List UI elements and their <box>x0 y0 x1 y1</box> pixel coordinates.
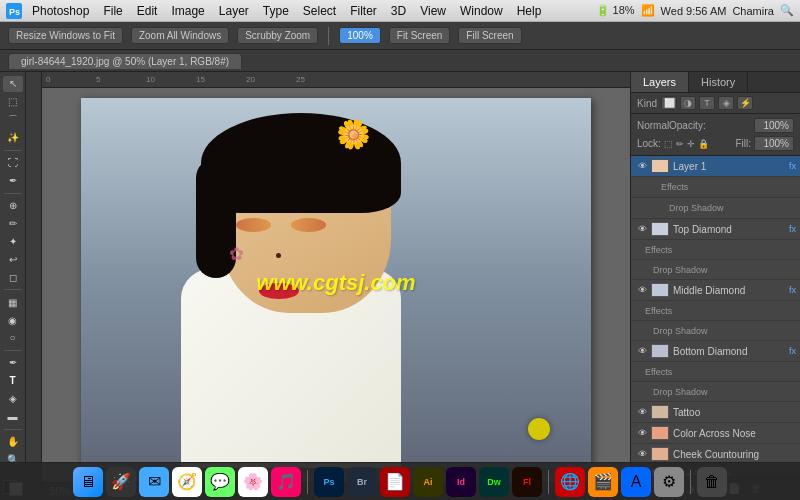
gradient-tool[interactable]: ▦ <box>3 294 23 310</box>
layer-item-effects3[interactable]: Effects <box>631 301 800 321</box>
dock-finder[interactable]: 🖥 <box>73 467 103 497</box>
menu-edit[interactable]: Edit <box>131 2 164 20</box>
menu-filter[interactable]: Filter <box>344 2 383 20</box>
clone-tool[interactable]: ✦ <box>3 233 23 249</box>
crop-tool[interactable]: ⛶ <box>3 155 23 171</box>
history-brush-tool[interactable]: ↩ <box>3 251 23 267</box>
filter-adj-btn[interactable]: ◑ <box>680 96 696 110</box>
canvas-document[interactable]: 🌼 ✿ www.cgtsj.com <box>81 98 591 468</box>
lock-all-icon[interactable]: 🔒 <box>698 139 709 149</box>
dock-safari[interactable]: 🧭 <box>172 467 202 497</box>
lock-transparency-icon[interactable]: ⬚ <box>664 139 673 149</box>
pen-tool[interactable]: ✒ <box>3 355 23 371</box>
kind-filter-icons: ⬜ ◑ T ◈ ⚡ <box>661 96 753 110</box>
scrubby-zoom-btn[interactable]: Scrubby Zoom <box>237 27 318 44</box>
menu-photoshop[interactable]: Photoshop <box>26 2 95 20</box>
lock-move-icon[interactable]: ✛ <box>687 139 695 149</box>
filter-smart-btn[interactable]: ⚡ <box>737 96 753 110</box>
zoom-100-btn[interactable]: 100% <box>339 27 381 44</box>
dock-launchpad[interactable]: 🚀 <box>106 467 136 497</box>
quick-select-tool[interactable]: ✨ <box>3 130 23 146</box>
menu-3d[interactable]: 3D <box>385 2 412 20</box>
dodge-tool[interactable]: ○ <box>3 330 23 346</box>
dock-vlc[interactable]: 🎬 <box>588 467 618 497</box>
layer-item-effects2[interactable]: Effects <box>631 240 800 260</box>
filter-type-btn[interactable]: T <box>699 96 715 110</box>
eraser-tool[interactable]: ◻ <box>3 269 23 285</box>
dock-illustrator[interactable]: Ai <box>413 467 443 497</box>
eyedropper-tool[interactable]: ✒ <box>3 173 23 189</box>
tab-history[interactable]: History <box>689 72 748 92</box>
filter-shape-btn[interactable]: ◈ <box>718 96 734 110</box>
effects-label-1: Effects <box>661 182 796 192</box>
eye-layer1[interactable]: 👁 <box>635 159 649 173</box>
brush-tool[interactable]: ✏ <box>3 215 23 231</box>
menu-file[interactable]: File <box>97 2 128 20</box>
tool-separator-3 <box>4 289 22 290</box>
eye-topdiamond[interactable]: 👁 <box>635 222 649 236</box>
layer-item-effects4[interactable]: Effects <box>631 362 800 382</box>
eye-coloracrossnose[interactable]: 👁 <box>635 426 649 440</box>
eye-effects1[interactable] <box>645 180 659 194</box>
move-tool[interactable]: ↖ <box>3 76 23 92</box>
path-tool[interactable]: ◈ <box>3 391 23 407</box>
spotlight-icon[interactable]: 🔍 <box>780 4 794 17</box>
fill-value[interactable]: 100% <box>754 136 794 151</box>
eye-middlediamond[interactable]: 👁 <box>635 283 649 297</box>
layer-item-dropshadow2[interactable]: Drop Shadow <box>631 260 800 280</box>
lasso-tool[interactable]: ⌒ <box>3 112 23 128</box>
dock-trash[interactable]: 🗑 <box>697 467 727 497</box>
dock-acrobat[interactable]: 📄 <box>380 467 410 497</box>
dock-photos[interactable]: 🌸 <box>238 467 268 497</box>
tab-layers[interactable]: Layers <box>631 72 689 92</box>
eye-cheekcountouring[interactable]: 👁 <box>635 447 649 461</box>
opacity-value[interactable]: 100% <box>754 118 794 133</box>
eye-bottomdiamond[interactable]: 👁 <box>635 344 649 358</box>
resize-windows-btn[interactable]: Resize Windows to Fit <box>8 27 123 44</box>
eye-tattoo[interactable]: 👁 <box>635 405 649 419</box>
shape-tool[interactable]: ▬ <box>3 409 23 425</box>
dock-photoshop[interactable]: Ps <box>314 467 344 497</box>
dock-sysprefs[interactable]: ⚙ <box>654 467 684 497</box>
layer-item-tattoo[interactable]: 👁 Tattoo <box>631 402 800 423</box>
hand-tool[interactable]: ✋ <box>3 433 23 449</box>
healing-tool[interactable]: ⊕ <box>3 197 23 213</box>
dock-mail[interactable]: ✉ <box>139 467 169 497</box>
type-tool[interactable]: T <box>3 373 23 389</box>
dock-filezilla[interactable]: 🌐 <box>555 467 585 497</box>
zoom-all-btn[interactable]: Zoom All Windows <box>131 27 229 44</box>
menu-window[interactable]: Window <box>454 2 509 20</box>
marquee-tool[interactable]: ⬚ <box>3 94 23 110</box>
canvas-area[interactable]: 0 5 10 15 20 25 <box>26 72 630 500</box>
menu-help[interactable]: Help <box>511 2 548 20</box>
dock-messages[interactable]: 💬 <box>205 467 235 497</box>
layer-item-coloracrossnose[interactable]: 👁 Color Across Nose <box>631 423 800 444</box>
eye-dropshadow1[interactable] <box>653 201 667 215</box>
filter-pixel-btn[interactable]: ⬜ <box>661 96 677 110</box>
dock-dreamweaver[interactable]: Dw <box>479 467 509 497</box>
lock-paint-icon[interactable]: ✏ <box>676 139 684 149</box>
menu-select[interactable]: Select <box>297 2 342 20</box>
dock-bridge[interactable]: Br <box>347 467 377 497</box>
layer-item-effects1[interactable]: Effects <box>631 177 800 198</box>
layer-item-dropshadow3[interactable]: Drop Shadow <box>631 321 800 341</box>
menu-view[interactable]: View <box>414 2 452 20</box>
dock-appstore[interactable]: A <box>621 467 651 497</box>
layer-item-middlediamond[interactable]: 👁 Middle Diamond fx <box>631 280 800 301</box>
layer-item-layer1[interactable]: 👁 Layer 1 fx <box>631 156 800 177</box>
dock-music[interactable]: 🎵 <box>271 467 301 497</box>
blur-tool[interactable]: ◉ <box>3 312 23 328</box>
layer-item-topdiamond[interactable]: 👁 Top Diamond fx <box>631 219 800 240</box>
menu-layer[interactable]: Layer <box>213 2 255 20</box>
document-tab[interactable]: girl-84644_1920.jpg @ 50% (Layer 1, RGB/… <box>8 53 242 69</box>
layer-item-bottomdiamond[interactable]: 👁 Bottom Diamond fx <box>631 341 800 362</box>
menu-image[interactable]: Image <box>165 2 210 20</box>
layer-item-dropshadow4[interactable]: Drop Shadow <box>631 382 800 402</box>
fill-screen-btn[interactable]: Fill Screen <box>458 27 521 44</box>
fit-screen-btn[interactable]: Fit Screen <box>389 27 451 44</box>
layer-item-dropshadow1[interactable]: Drop Shadow <box>631 198 800 219</box>
dock-flash[interactable]: Fl <box>512 467 542 497</box>
menu-type[interactable]: Type <box>257 2 295 20</box>
dropshadow-label-2: Drop Shadow <box>653 265 796 275</box>
dock-indesign[interactable]: Id <box>446 467 476 497</box>
